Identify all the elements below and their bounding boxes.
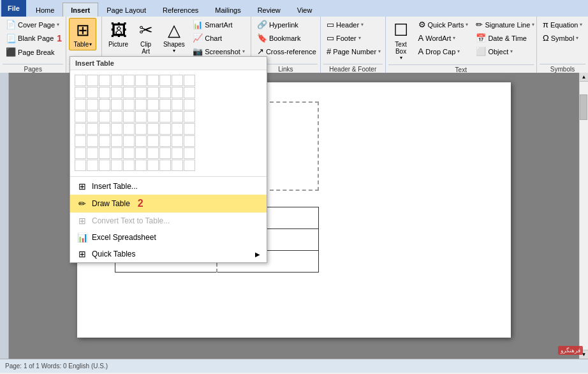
grid-cell[interactable]	[75, 99, 86, 110]
picture-button[interactable]: 🖼 Picture	[105, 18, 131, 50]
signature-line-button[interactable]: ✏ Signature Line ▾	[473, 18, 538, 31]
smartart-button[interactable]: 📊 SmartArt	[189, 18, 248, 31]
grid-cell[interactable]	[87, 160, 98, 171]
cover-page-button[interactable]: 📄 Cover Page ▾	[3, 18, 65, 31]
grid-cell[interactable]	[87, 123, 98, 135]
grid-cell[interactable]	[184, 147, 195, 159]
grid-cell[interactable]	[147, 147, 159, 159]
tab-page-layout[interactable]: Page Layout	[98, 3, 154, 17]
equation-button[interactable]: π Equation ▾	[540, 18, 585, 31]
grid-cell[interactable]	[184, 123, 195, 135]
grid-cell[interactable]	[147, 75, 159, 86]
grid-cell[interactable]	[147, 123, 159, 135]
grid-cell[interactable]	[111, 147, 122, 159]
quick-parts-button[interactable]: ⚙ Quick Parts ▾	[415, 18, 472, 31]
tab-file[interactable]: File	[1, 0, 26, 17]
grid-cell[interactable]	[135, 135, 147, 147]
tab-review[interactable]: Review	[249, 3, 289, 17]
grid-cell[interactable]	[99, 99, 110, 110]
wordart-button[interactable]: A WordArt ▾	[415, 31, 472, 45]
grid-cell[interactable]	[159, 147, 171, 159]
grid-cell[interactable]	[135, 147, 147, 159]
symbol-button[interactable]: Ω Symbol ▾	[540, 31, 585, 45]
grid-cell[interactable]	[75, 75, 86, 86]
text-box-button[interactable]: ☐ TextBox ▾	[388, 18, 414, 63]
grid-cell[interactable]	[159, 75, 171, 86]
grid-cell[interactable]	[184, 111, 195, 123]
grid-cell[interactable]	[123, 111, 135, 123]
grid-cell[interactable]	[184, 75, 195, 86]
grid-cell[interactable]	[184, 99, 195, 110]
grid-cell[interactable]	[172, 99, 183, 110]
excel-spreadsheet-menu-item[interactable]: 📊 Excel Spreadsheet	[70, 229, 267, 246]
grid-cell[interactable]	[87, 147, 98, 159]
page-break-button[interactable]: ⬛ Page Break	[3, 45, 65, 59]
grid-cell[interactable]	[135, 111, 147, 123]
header-button[interactable]: ▭ Header ▾	[323, 18, 384, 31]
grid-cell[interactable]	[111, 123, 122, 135]
grid-cell[interactable]	[99, 123, 110, 135]
tab-home[interactable]: Home	[27, 3, 62, 17]
grid-cell[interactable]	[184, 160, 195, 171]
grid-cell[interactable]	[172, 123, 183, 135]
grid-cell[interactable]	[159, 135, 171, 147]
grid-cell[interactable]	[123, 99, 135, 110]
drop-cap-button[interactable]: A Drop Cap ▾	[415, 45, 472, 58]
grid-cell[interactable]	[111, 99, 122, 110]
tab-mailings[interactable]: Mailings	[207, 3, 249, 17]
quick-tables-menu-item[interactable]: ⊞ Quick Tables ▶	[70, 246, 267, 262]
grid-cell[interactable]	[123, 75, 135, 86]
grid-cell[interactable]	[87, 111, 98, 123]
grid-cell[interactable]	[87, 87, 98, 98]
grid-cell[interactable]	[111, 160, 122, 171]
grid-cell[interactable]	[135, 160, 147, 171]
grid-cell[interactable]	[75, 123, 86, 135]
grid-cell[interactable]	[111, 111, 122, 123]
grid-cell[interactable]	[99, 111, 110, 123]
grid-cell[interactable]	[87, 99, 98, 110]
grid-cell[interactable]	[172, 87, 183, 98]
table-button[interactable]: ⊞ Table ▾	[69, 18, 96, 50]
draw-table-menu-item[interactable]: ✏ Draw Table 2	[70, 195, 267, 213]
tab-insert[interactable]: Insert	[62, 3, 98, 17]
grid-cell[interactable]	[123, 135, 135, 147]
grid-cell[interactable]	[75, 87, 86, 98]
shapes-button[interactable]: △ Shapes ▾	[160, 18, 189, 56]
grid-cell[interactable]	[123, 160, 135, 171]
grid-cell[interactable]	[147, 111, 159, 123]
grid-cell[interactable]	[99, 147, 110, 159]
scroll-thumb[interactable]	[580, 94, 587, 120]
grid-cell[interactable]	[147, 135, 159, 147]
footer-button[interactable]: ▭ Footer ▾	[323, 31, 384, 45]
grid-cell[interactable]	[159, 160, 171, 171]
grid-cell[interactable]	[99, 75, 110, 86]
grid-cell[interactable]	[172, 135, 183, 147]
tab-references[interactable]: References	[154, 3, 207, 17]
grid-cell[interactable]	[172, 111, 183, 123]
grid-cell[interactable]	[87, 135, 98, 147]
grid-cell[interactable]	[75, 147, 86, 159]
chart-button[interactable]: 📈 Chart	[189, 31, 248, 45]
object-button[interactable]: ⬜ Object ▾	[473, 45, 538, 58]
grid-cell[interactable]	[184, 87, 195, 98]
grid-cell[interactable]	[159, 123, 171, 135]
page-number-button[interactable]: # Page Number ▾	[323, 45, 384, 58]
grid-cell[interactable]	[184, 135, 195, 147]
grid-cell[interactable]	[99, 160, 110, 171]
grid-cell[interactable]	[159, 99, 171, 110]
grid-picker[interactable]	[70, 70, 267, 175]
grid-cell[interactable]	[172, 75, 183, 86]
grid-cell[interactable]	[172, 147, 183, 159]
grid-cell[interactable]	[87, 75, 98, 86]
grid-cell[interactable]	[75, 160, 86, 171]
grid-cell[interactable]	[111, 135, 122, 147]
grid-cell[interactable]	[99, 87, 110, 98]
grid-cell[interactable]	[159, 111, 171, 123]
hyperlink-button[interactable]: 🔗 Hyperlink	[254, 18, 320, 31]
tab-view[interactable]: View	[289, 3, 321, 17]
grid-cell[interactable]	[147, 87, 159, 98]
grid-cell[interactable]	[147, 160, 159, 171]
grid-cell[interactable]	[135, 87, 147, 98]
grid-cell[interactable]	[135, 75, 147, 86]
grid-cell[interactable]	[123, 87, 135, 98]
